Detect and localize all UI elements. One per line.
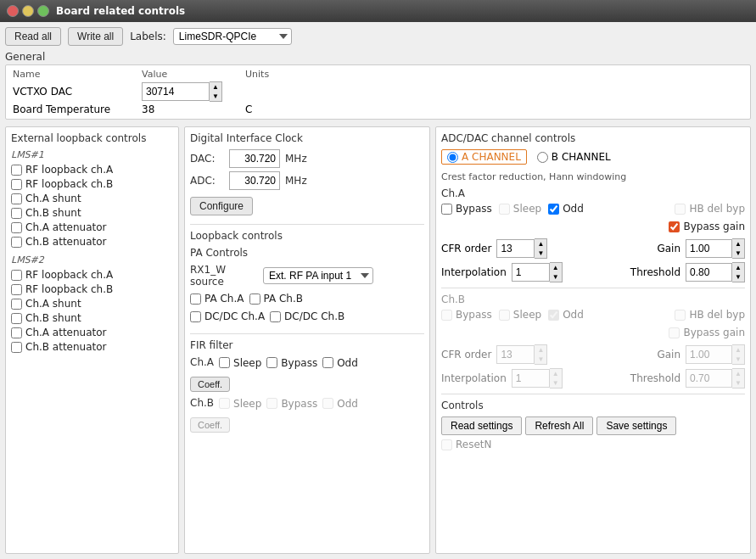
dcdc-chb-checkbox[interactable] <box>270 311 281 322</box>
lms1-rf-a-label[interactable]: RF loopback ch.A <box>25 164 113 176</box>
close-button[interactable] <box>7 5 19 17</box>
channel-b-tab[interactable]: B CHANNEL <box>537 151 611 163</box>
rx1w-select[interactable]: Ext. RF PA input 1 Ext. RF PA input 2 No… <box>263 267 373 284</box>
chb-gain-input[interactable] <box>686 345 732 364</box>
cha-thresh-input[interactable] <box>686 263 732 282</box>
chb-interp-up[interactable]: ▲ <box>550 369 562 378</box>
cha-hb-del-checkbox[interactable] <box>675 204 686 215</box>
cha-thresh-down[interactable]: ▼ <box>732 272 744 282</box>
cha-sleep-checkbox[interactable] <box>499 204 510 215</box>
cha-gain-input[interactable] <box>686 239 732 258</box>
lms2-cha-shunt-checkbox[interactable] <box>11 299 22 310</box>
window-controls[interactable] <box>7 5 49 17</box>
lms1-rf-b-label[interactable]: RF loopback ch.B <box>25 178 113 190</box>
lms1-cha-shunt-label[interactable]: Ch.A shunt <box>25 193 81 204</box>
fir-cha-bypass-checkbox[interactable] <box>266 357 277 368</box>
cha-odd-checkbox[interactable] <box>548 204 559 215</box>
fir-cha-sleep-label[interactable]: Sleep <box>233 357 261 369</box>
maximize-button[interactable] <box>37 5 49 17</box>
chb-bypass-checkbox[interactable] <box>441 310 452 321</box>
cha-bypass-gain-label[interactable]: Bypass gain <box>683 221 745 232</box>
lms2-rf-a-label[interactable]: RF loopback ch.A <box>25 269 113 281</box>
lms1-chb-shunt-label[interactable]: Ch.B shunt <box>25 207 81 219</box>
fir-chb-sleep-checkbox[interactable] <box>219 398 230 409</box>
lms1-chb-att-label[interactable]: Ch.B attenuator <box>25 236 107 248</box>
pa-cha-checkbox[interactable] <box>190 293 201 305</box>
pa-chb-label[interactable]: PA Ch.B <box>264 293 304 305</box>
cha-thresh-up[interactable]: ▲ <box>732 263 744 272</box>
fir-chb-bypass-checkbox[interactable] <box>266 398 277 409</box>
channel-a-radio[interactable] <box>447 152 458 163</box>
fir-cha-sleep-checkbox[interactable] <box>219 357 230 368</box>
cha-odd-label[interactable]: Odd <box>563 203 584 215</box>
chb-interp-input[interactable] <box>512 369 550 388</box>
refresh-all-button[interactable]: Refresh All <box>525 416 593 435</box>
vctxo-dac-input[interactable] <box>142 82 210 101</box>
chb-cfr-down[interactable]: ▼ <box>535 355 546 364</box>
chb-gain-down[interactable]: ▼ <box>732 355 744 364</box>
cha-bypass-gain-checkbox[interactable] <box>669 221 680 232</box>
cha-interp-input[interactable] <box>512 263 550 282</box>
vctxo-dac-down[interactable]: ▼ <box>210 92 221 101</box>
pa-chb-checkbox[interactable] <box>249 293 260 305</box>
lms1-rf-b-checkbox[interactable] <box>11 179 22 190</box>
channel-a-tab[interactable]: A CHANNEL <box>441 149 527 165</box>
lms2-chb-shunt-checkbox[interactable] <box>11 313 22 324</box>
cha-bypass-checkbox[interactable] <box>441 204 452 215</box>
lms2-rf-b-checkbox[interactable] <box>11 284 22 295</box>
cha-cfr-up[interactable]: ▲ <box>535 239 546 249</box>
adc-input[interactable] <box>229 171 280 190</box>
lms2-cha-att-checkbox[interactable] <box>11 327 22 338</box>
chb-gain-up[interactable]: ▲ <box>732 345 744 355</box>
configure-button[interactable]: Configure <box>190 197 253 215</box>
chb-hb-del-checkbox[interactable] <box>675 310 686 321</box>
chb-thresh-input[interactable] <box>686 369 732 388</box>
dac-input[interactable] <box>229 149 280 168</box>
cha-cfr-down[interactable]: ▼ <box>535 249 546 258</box>
lms1-rf-a-checkbox[interactable] <box>11 165 22 176</box>
vctxo-dac-up[interactable]: ▲ <box>210 82 221 92</box>
chb-odd-checkbox[interactable] <box>548 310 559 321</box>
lms2-cha-att-label[interactable]: Ch.A attenuator <box>25 327 107 338</box>
cha-bypass-label[interactable]: Bypass <box>456 203 492 215</box>
lms2-rf-b-label[interactable]: RF loopback ch.B <box>25 283 113 295</box>
cha-gain-up[interactable]: ▲ <box>732 239 744 249</box>
dcdc-cha-checkbox[interactable] <box>190 311 201 322</box>
fir-chb-coeff-button[interactable]: Coeff. <box>190 417 230 433</box>
labels-select[interactable]: LimeSDR-QPCIe LimeSDR-USB LimeSDR-Mini <box>173 28 292 45</box>
lms1-cha-shunt-checkbox[interactable] <box>11 193 22 204</box>
save-settings-button[interactable]: Save settings <box>596 416 676 435</box>
lms1-chb-att-checkbox[interactable] <box>11 237 22 248</box>
lms1-cha-att-checkbox[interactable] <box>11 222 22 233</box>
lms1-cha-att-label[interactable]: Ch.A attenuator <box>25 221 107 233</box>
fir-chb-odd-checkbox[interactable] <box>322 398 333 409</box>
chb-sleep-checkbox[interactable] <box>499 310 510 321</box>
chb-thresh-down[interactable]: ▼ <box>732 378 744 388</box>
lms2-rf-a-checkbox[interactable] <box>11 270 22 281</box>
cha-interp-down[interactable]: ▼ <box>550 272 562 282</box>
lms2-cha-shunt-label[interactable]: Ch.A shunt <box>25 298 81 310</box>
write-all-button[interactable]: Write all <box>68 27 123 46</box>
read-all-button[interactable]: Read all <box>5 27 61 46</box>
read-settings-button[interactable]: Read settings <box>441 416 522 435</box>
lms2-chb-shunt-label[interactable]: Ch.B shunt <box>25 312 81 324</box>
chb-thresh-up[interactable]: ▲ <box>732 369 744 378</box>
fir-cha-bypass-label[interactable]: Bypass <box>281 357 317 369</box>
dcdc-chb-label[interactable]: DC/DC Ch.B <box>284 310 344 322</box>
pa-cha-label[interactable]: PA Ch.A <box>204 293 244 305</box>
minimize-button[interactable] <box>22 5 34 17</box>
chb-cfr-input[interactable] <box>496 345 535 364</box>
chb-interp-down[interactable]: ▼ <box>550 378 562 388</box>
lms2-chb-att-checkbox[interactable] <box>11 342 22 353</box>
chb-bypass-gain-checkbox[interactable] <box>669 327 680 338</box>
fir-cha-coeff-button[interactable]: Coeff. <box>190 377 230 392</box>
chb-cfr-up[interactable]: ▲ <box>535 345 546 355</box>
reset-n-checkbox[interactable] <box>441 439 452 450</box>
cha-interp-up[interactable]: ▲ <box>550 263 562 272</box>
lms2-chb-att-label[interactable]: Ch.B attenuator <box>25 341 107 353</box>
cha-gain-down[interactable]: ▼ <box>732 249 744 258</box>
channel-b-radio[interactable] <box>537 152 548 163</box>
dcdc-cha-label[interactable]: DC/DC Ch.A <box>204 310 265 322</box>
fir-cha-odd-label[interactable]: Odd <box>337 357 358 369</box>
fir-cha-odd-checkbox[interactable] <box>322 357 333 368</box>
